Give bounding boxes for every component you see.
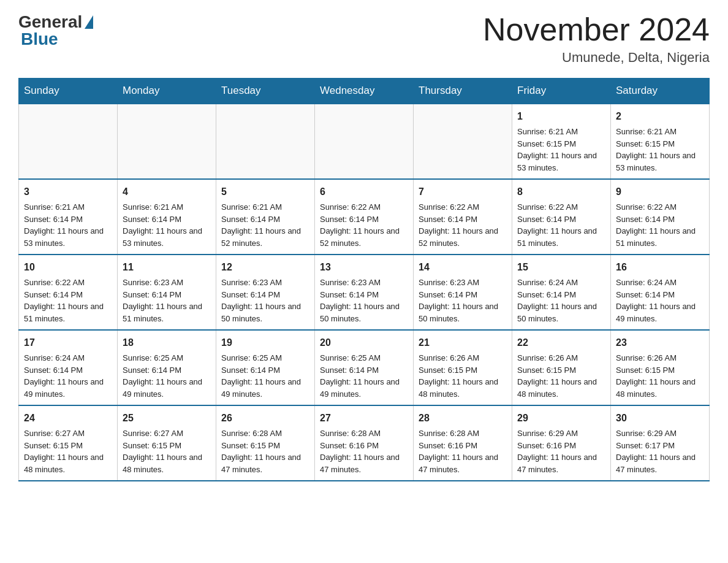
calendar-cell: 3Sunrise: 6:21 AMSunset: 6:14 PMDaylight… [19, 179, 118, 255]
day-info-line: Sunrise: 6:25 AM [123, 352, 211, 364]
day-info-line: Sunrise: 6:26 AM [419, 352, 507, 364]
calendar-cell: 25Sunrise: 6:27 AMSunset: 6:15 PMDayligh… [118, 405, 216, 481]
calendar-cell: 2Sunrise: 6:21 AMSunset: 6:15 PMDaylight… [611, 104, 710, 179]
day-info-line: Daylight: 11 hours and 47 minutes. [320, 451, 408, 475]
day-info-line: Sunset: 6:15 PM [616, 364, 704, 377]
calendar-cell: 17Sunrise: 6:24 AMSunset: 6:14 PMDayligh… [19, 330, 118, 405]
calendar-cell: 20Sunrise: 6:25 AMSunset: 6:14 PMDayligh… [315, 330, 414, 405]
day-info-line: Sunset: 6:15 PM [419, 364, 507, 377]
day-info-line: Sunset: 6:14 PM [320, 289, 408, 301]
calendar-cell: 30Sunrise: 6:29 AMSunset: 6:17 PMDayligh… [611, 405, 710, 481]
day-info-line: Sunset: 6:14 PM [221, 213, 309, 226]
day-info-line: Daylight: 11 hours and 53 minutes. [24, 225, 112, 249]
day-info-line: Sunrise: 6:24 AM [517, 277, 605, 289]
header-tuesday: Tuesday [216, 79, 315, 104]
day-info-line: Sunset: 6:14 PM [24, 289, 112, 301]
day-info-line: Sunrise: 6:22 AM [517, 201, 605, 213]
day-info-line: Sunset: 6:14 PM [24, 213, 112, 226]
calendar-cell: 27Sunrise: 6:28 AMSunset: 6:16 PMDayligh… [315, 405, 414, 481]
logo: General Blue [18, 12, 93, 49]
calendar-cell [414, 104, 512, 179]
day-info-line: Sunrise: 6:21 AM [517, 126, 605, 138]
day-number: 20 [320, 335, 408, 350]
day-info-line: Daylight: 11 hours and 47 minutes. [419, 451, 507, 475]
day-number: 11 [123, 260, 211, 275]
day-info-line: Daylight: 11 hours and 49 minutes. [221, 376, 309, 400]
calendar-cell: 28Sunrise: 6:28 AMSunset: 6:16 PMDayligh… [414, 405, 512, 481]
day-info-line: Sunrise: 6:23 AM [221, 277, 309, 289]
day-number: 2 [616, 109, 704, 124]
day-number: 30 [616, 411, 704, 426]
day-info-line: Sunset: 6:14 PM [221, 364, 309, 377]
day-number: 1 [517, 109, 605, 124]
day-info-line: Sunrise: 6:22 AM [419, 201, 507, 213]
title-block: November 2024 Umunede, Delta, Nigeria [483, 12, 710, 66]
day-number: 26 [221, 411, 309, 426]
calendar-cell: 6Sunrise: 6:22 AMSunset: 6:14 PMDaylight… [315, 179, 414, 255]
day-info-line: Daylight: 11 hours and 47 minutes. [517, 451, 605, 475]
day-info-line: Daylight: 11 hours and 49 minutes. [123, 376, 211, 400]
day-number: 10 [24, 260, 112, 275]
calendar-cell: 10Sunrise: 6:22 AMSunset: 6:14 PMDayligh… [19, 255, 118, 330]
day-info-line: Sunset: 6:14 PM [123, 213, 211, 226]
day-info-line: Daylight: 11 hours and 47 minutes. [616, 451, 704, 475]
day-number: 18 [123, 335, 211, 350]
day-number: 15 [517, 260, 605, 275]
calendar-cell: 8Sunrise: 6:22 AMSunset: 6:14 PMDaylight… [512, 179, 611, 255]
page-header: General Blue November 2024 Umunede, Delt… [18, 12, 710, 66]
day-number: 3 [24, 185, 112, 199]
day-info-line: Sunrise: 6:22 AM [320, 201, 408, 213]
day-info-line: Sunrise: 6:25 AM [221, 352, 309, 364]
day-info-line: Sunrise: 6:23 AM [419, 277, 507, 289]
day-info-line: Daylight: 11 hours and 47 minutes. [221, 451, 309, 475]
day-info-line: Sunrise: 6:28 AM [221, 427, 309, 440]
calendar-cell: 19Sunrise: 6:25 AMSunset: 6:14 PMDayligh… [216, 330, 315, 405]
day-info-line: Sunset: 6:14 PM [221, 289, 309, 301]
day-info-line: Daylight: 11 hours and 49 minutes. [320, 376, 408, 400]
day-info-line: Daylight: 11 hours and 48 minutes. [419, 376, 507, 400]
day-info-line: Daylight: 11 hours and 48 minutes. [616, 376, 704, 400]
day-info-line: Sunrise: 6:23 AM [123, 277, 211, 289]
day-info-line: Sunset: 6:15 PM [221, 440, 309, 452]
day-info-line: Sunset: 6:15 PM [24, 440, 112, 452]
day-info-line: Daylight: 11 hours and 49 minutes. [24, 376, 112, 400]
calendar-cell: 4Sunrise: 6:21 AMSunset: 6:14 PMDaylight… [118, 179, 216, 255]
calendar-cell [216, 104, 315, 179]
calendar-cell [118, 104, 216, 179]
day-info-line: Daylight: 11 hours and 50 minutes. [320, 301, 408, 324]
day-info-line: Sunset: 6:14 PM [123, 289, 211, 301]
header-wednesday: Wednesday [315, 79, 414, 104]
day-info-line: Daylight: 11 hours and 53 minutes. [616, 150, 704, 174]
day-info-line: Sunrise: 6:21 AM [123, 201, 211, 213]
day-info-line: Daylight: 11 hours and 51 minutes. [616, 225, 704, 249]
logo-triangle-icon [85, 15, 93, 29]
calendar-cell: 7Sunrise: 6:22 AMSunset: 6:14 PMDaylight… [414, 179, 512, 255]
day-number: 5 [221, 185, 309, 199]
day-info-line: Daylight: 11 hours and 50 minutes. [517, 301, 605, 324]
day-number: 29 [517, 411, 605, 426]
day-info-line: Sunset: 6:14 PM [517, 213, 605, 226]
day-number: 6 [320, 185, 408, 199]
day-info-line: Sunset: 6:14 PM [616, 213, 704, 226]
day-info-line: Sunset: 6:14 PM [419, 213, 507, 226]
day-info-line: Daylight: 11 hours and 51 minutes. [517, 225, 605, 249]
calendar-cell: 13Sunrise: 6:23 AMSunset: 6:14 PMDayligh… [315, 255, 414, 330]
day-number: 24 [24, 411, 112, 426]
week-row-5: 24Sunrise: 6:27 AMSunset: 6:15 PMDayligh… [19, 405, 710, 481]
day-info-line: Sunrise: 6:21 AM [616, 126, 704, 138]
day-info-line: Sunrise: 6:24 AM [24, 352, 112, 364]
day-info-line: Sunrise: 6:21 AM [24, 201, 112, 213]
day-info-line: Sunrise: 6:27 AM [123, 427, 211, 440]
calendar-cell: 23Sunrise: 6:26 AMSunset: 6:15 PMDayligh… [611, 330, 710, 405]
calendar-cell: 14Sunrise: 6:23 AMSunset: 6:14 PMDayligh… [414, 255, 512, 330]
day-number: 23 [616, 335, 704, 350]
week-row-4: 17Sunrise: 6:24 AMSunset: 6:14 PMDayligh… [19, 330, 710, 405]
day-info-line: Daylight: 11 hours and 51 minutes. [24, 301, 112, 324]
header-sunday: Sunday [19, 79, 118, 104]
calendar-cell [315, 104, 414, 179]
day-info-line: Sunset: 6:15 PM [123, 440, 211, 452]
calendar-header-row: SundayMondayTuesdayWednesdayThursdayFrid… [19, 79, 710, 104]
logo-blue-text: Blue [18, 29, 58, 49]
header-monday: Monday [118, 79, 216, 104]
day-info-line: Daylight: 11 hours and 48 minutes. [517, 376, 605, 400]
